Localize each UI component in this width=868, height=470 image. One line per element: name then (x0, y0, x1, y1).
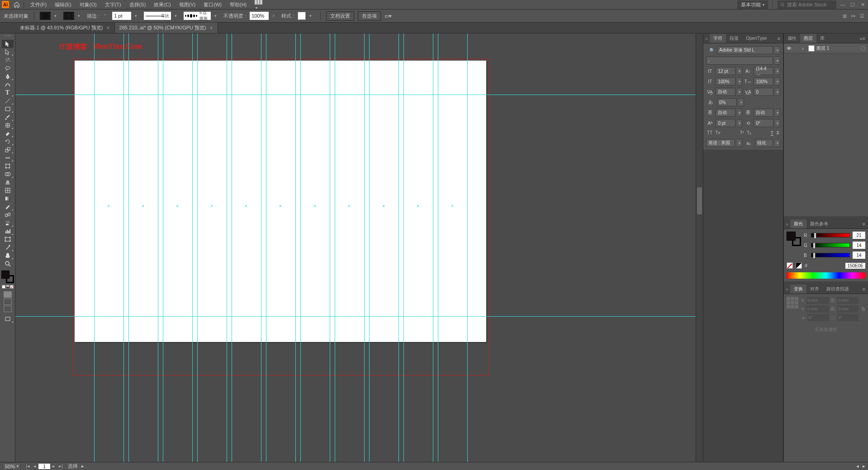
font-style-input[interactable]: - (706, 57, 773, 65)
menu-type[interactable]: 文字(T) (101, 0, 125, 9)
brush-profile[interactable]: 5 点圆形 (184, 12, 211, 20)
tsume-input[interactable]: 0% (717, 98, 737, 106)
magic-wand-tool[interactable] (2, 56, 14, 64)
language-select[interactable]: 英语 : 美国 (706, 139, 735, 147)
tracking-input[interactable]: 0 (754, 88, 773, 96)
fill-dropdown[interactable]: ▾ (54, 14, 60, 18)
symbol-sprayer-tool[interactable] (2, 219, 14, 227)
guide-horizontal[interactable] (15, 316, 703, 317)
panel-menu-icon[interactable]: »≡ (857, 36, 868, 41)
font-family-input[interactable]: Adobe 宋体 Std L (717, 46, 773, 54)
expand-arrow-icon[interactable]: › (802, 46, 808, 51)
guide-vertical[interactable] (232, 33, 232, 462)
maximize-button[interactable]: ☐ (849, 1, 856, 8)
guide-vertical[interactable] (403, 33, 404, 462)
char-rotation-input[interactable]: 0° (754, 119, 773, 127)
tab-align[interactable]: 对齐 (806, 285, 823, 294)
antialias-select[interactable]: 锐化 (755, 139, 773, 147)
selection-tool[interactable] (2, 40, 14, 48)
tab-color-guide[interactable]: 颜色参考 (806, 219, 832, 228)
angle-input[interactable]: 0° (807, 314, 829, 321)
rotate-tool[interactable] (2, 138, 14, 146)
tab-paragraph[interactable]: 段落 (726, 34, 742, 43)
y-input[interactable]: 0 mm (806, 305, 829, 313)
color-fill-stroke-indicator[interactable] (787, 232, 801, 246)
close-tab-icon[interactable]: × (107, 25, 110, 31)
tab-untitled[interactable]: 未标题-1 @ 43.91% (RGB/GPU 预览) × (15, 23, 115, 33)
vscale-input[interactable]: 100% (716, 77, 735, 85)
type-tool[interactable]: T (2, 89, 14, 97)
snap-icon[interactable]: ⊞ (843, 13, 847, 19)
stroke-style-sample[interactable]: 等比 (144, 12, 171, 20)
guide-vertical[interactable] (369, 33, 370, 462)
mesh-tool[interactable] (2, 186, 14, 195)
shear-input[interactable]: 0° (837, 314, 859, 321)
eyedropper-tool[interactable] (2, 203, 14, 211)
menu-object[interactable]: 对象(O) (76, 0, 100, 9)
minimize-button[interactable]: — (839, 1, 846, 8)
guide-vertical[interactable] (227, 33, 227, 462)
zoom-tool[interactable] (2, 260, 14, 268)
stroke-weight-chev[interactable]: ⌃ (103, 14, 109, 18)
menu-edit[interactable]: 编辑(E) (51, 0, 75, 9)
prev-page-button[interactable]: ◂ (32, 463, 38, 469)
strikethrough-button[interactable]: T (776, 130, 779, 136)
stroke-dropdown[interactable]: ▾ (78, 14, 83, 18)
guide-vertical[interactable] (438, 33, 438, 462)
bw-color-swatch[interactable] (796, 262, 802, 269)
next-page-button[interactable]: ▸ (51, 463, 57, 469)
vertical-scrollbar[interactable] (696, 33, 703, 462)
arrange-docs-icon[interactable]: ▾ (251, 0, 266, 11)
menu-help[interactable]: 帮助(H) (226, 0, 250, 9)
scroll-right-button[interactable]: ▸ (863, 463, 865, 469)
lasso-tool[interactable] (2, 64, 14, 72)
direct-selection-tool[interactable] (2, 48, 14, 56)
subscript-button[interactable]: T₁ (747, 130, 751, 136)
panel-menu-icon[interactable]: ☰ (860, 13, 864, 19)
draw-inside-icon[interactable] (4, 306, 12, 312)
column-graph-tool[interactable] (2, 227, 14, 235)
panel-menu-icon[interactable]: ≡ (860, 286, 868, 292)
guide-vertical[interactable] (158, 33, 158, 462)
slice-tool[interactable] (2, 243, 14, 252)
menu-view[interactable]: 视图(V) (175, 0, 199, 9)
tab-libraries[interactable]: 库 (816, 34, 828, 43)
layer-name[interactable]: 图层 1 (816, 45, 861, 52)
h-input[interactable]: 0 mm (837, 305, 859, 313)
guide-vertical[interactable] (330, 33, 330, 462)
underline-button[interactable]: T (771, 130, 774, 136)
guide-vertical[interactable] (261, 33, 261, 462)
leading-input[interactable]: (14.4 … (754, 67, 773, 75)
curvature-tool[interactable] (2, 81, 14, 89)
g-slider[interactable] (811, 243, 850, 247)
zoom-level-input[interactable]: 50% ▾ (3, 463, 21, 470)
target-icon[interactable] (861, 46, 865, 51)
hand-tool[interactable] (2, 252, 14, 260)
canvas-area[interactable]: IT屋博客 WenYtao.Com × × × × × (15, 33, 703, 462)
guide-vertical[interactable] (300, 33, 301, 462)
draw-normal-icon[interactable] (4, 291, 12, 298)
guide-horizontal[interactable] (15, 95, 703, 95)
menu-window[interactable]: 窗口(W) (200, 0, 225, 9)
panel-menu-icon[interactable]: ≡ (860, 221, 868, 227)
reference-point-selector[interactable] (787, 297, 798, 309)
opacity-input[interactable]: 100% (250, 12, 269, 20)
scroll-left-button[interactable]: ◂ (856, 463, 859, 469)
hscale-input[interactable]: 100% (754, 77, 773, 85)
x-input[interactable]: 0 mm (806, 297, 829, 304)
guide-vertical[interactable] (398, 33, 399, 462)
baseline-input[interactable]: 0 pt (716, 119, 735, 127)
g-value[interactable]: 14 (853, 242, 865, 249)
shape-builder-tool[interactable] (2, 170, 14, 178)
guide-vertical[interactable] (163, 33, 163, 462)
menu-effect[interactable]: 效果(C) (150, 0, 174, 9)
none-color-swatch[interactable] (787, 262, 793, 269)
line-tool[interactable] (2, 97, 14, 105)
kerning-input[interactable]: 自动 (716, 88, 735, 96)
b-slider[interactable] (811, 253, 850, 257)
isolate-icon[interactable]: ↦ (851, 13, 855, 19)
panel-menu-icon[interactable]: ≡ (775, 36, 783, 41)
screen-mode-button[interactable] (2, 315, 14, 323)
guide-vertical[interactable] (123, 33, 124, 462)
workspace-switcher[interactable]: 基本功能 ▾ (737, 0, 768, 9)
